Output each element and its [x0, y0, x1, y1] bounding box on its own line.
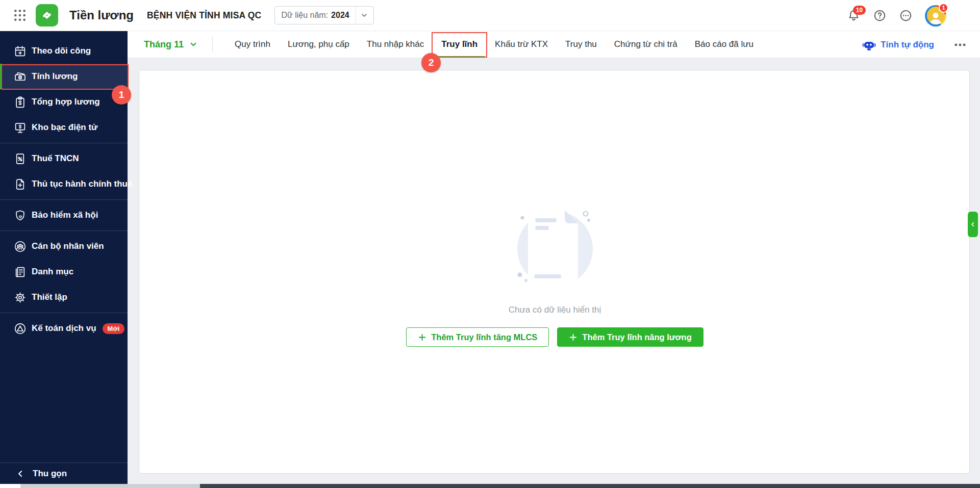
sidebar-item-thu-tuc-hanh-chinh-thue[interactable]: Thủ tục hành chính thuế: [0, 171, 128, 197]
misa-logo-icon[interactable]: [36, 4, 58, 27]
tab-truy-linh[interactable]: Truy lĩnh 2: [433, 31, 486, 58]
tab-khau-tru-ktx[interactable]: Khấu trừ KTX: [486, 31, 557, 58]
tab-label: Lương, phụ cấp: [288, 39, 349, 49]
button-label: Thêm Truy lĩnh nâng lương: [582, 332, 691, 342]
tab-label: Quy trình: [235, 39, 270, 49]
shield-heart-icon: [13, 209, 27, 222]
organization-name: BỆNH VIỆN TỈNH MISA QC: [147, 10, 261, 21]
sidebar-item-thue-tncn[interactable]: Thuế TNCN: [0, 146, 128, 171]
chevron-left-icon: [969, 221, 976, 228]
tab-bar: Tháng 11 Quy trình Lương, phụ cấp Thu nh…: [128, 31, 980, 58]
tab-label: Báo cáo đã lưu: [695, 39, 753, 49]
year-selector-value: 2024: [331, 11, 349, 20]
tab-chung-tu-chi-tra[interactable]: Chứng từ chi trả: [606, 31, 686, 58]
month-selector-label: Tháng 11: [144, 39, 184, 50]
sidebar-item-thiet-lap[interactable]: Thiết lập: [0, 285, 128, 310]
tab-label: Truy thu: [565, 39, 597, 49]
sidebar-item-label: Thiết lập: [32, 292, 67, 302]
sidebar-item-label: Danh mục: [32, 267, 73, 277]
monitor-dollar-icon: [13, 121, 27, 134]
document-percent-icon: [13, 152, 27, 165]
add-truy-linh-nang-luong-button[interactable]: Thêm Truy lĩnh nâng lương: [557, 327, 703, 347]
sidebar-item-label: Tổng hợp lương: [32, 97, 100, 107]
new-feature-badge: Mới: [103, 323, 125, 334]
sidebar-collapse-button[interactable]: Thu gọn: [0, 463, 128, 484]
horizontal-scrollbar-thumb[interactable]: [200, 484, 980, 488]
triangle-circle-icon: [13, 322, 27, 335]
payroll-app: Tiền lương BỆNH VIỆN TỈNH MISA QC Dữ liệ…: [0, 0, 980, 488]
button-label: Thêm Truy lĩnh tăng MLCS: [431, 332, 537, 342]
chevron-left-icon: [15, 469, 26, 479]
list-pages-icon: [13, 265, 27, 278]
tab-label: Thu nhập khác: [367, 39, 424, 49]
horizontal-scrollbar[interactable]: [20, 484, 980, 488]
tab-label: Khấu trừ KTX: [495, 39, 548, 49]
sidebar-item-label: Kho bạc điện tử: [32, 122, 97, 133]
main-content: Chưa có dữ liệu hiển thị Thêm Truy lĩnh …: [128, 58, 980, 484]
sidebar-item-theo-doi-cong[interactable]: Theo dõi công: [0, 38, 128, 64]
add-truy-linh-tang-mlcs-button[interactable]: Thêm Truy lĩnh tăng MLCS: [406, 327, 549, 347]
sidebar-item-danh-muc[interactable]: Danh mục: [0, 259, 128, 285]
robot-icon: [862, 38, 876, 52]
header-right: 10 1: [847, 0, 946, 31]
sidebar-item-tinh-luong[interactable]: Tính lương 1: [0, 64, 128, 89]
sidebar-nav: Theo dõi công Tính lương 1 Tổng hợp lươn…: [0, 31, 128, 484]
notification-count-badge: 10: [853, 6, 866, 15]
tab-bar-right: Tính tự động: [862, 31, 967, 58]
chevron-down-icon: [360, 11, 368, 19]
sidebar-divider: [0, 313, 128, 313]
user-avatar[interactable]: 1: [925, 5, 946, 27]
tab-quy-trinh[interactable]: Quy trình: [226, 31, 279, 58]
sidebar-item-can-bo-nhan-vien[interactable]: Cán bộ nhân viên: [0, 234, 128, 259]
year-selector[interactable]: Dữ liệu năm: 2024: [274, 6, 373, 24]
clipboard-dollar-icon: [13, 95, 27, 109]
content-panel: Chưa có dữ liệu hiển thị Thêm Truy lĩnh …: [139, 70, 970, 474]
sidebar-item-label: Tính lương: [32, 71, 78, 82]
sidebar-item-label: Thuế TNCN: [32, 153, 79, 164]
auto-calc-link[interactable]: Tính tự động: [862, 38, 934, 52]
page-title: Tiền lương: [69, 8, 134, 22]
divider: [356, 7, 356, 24]
avatar-count-badge: 1: [939, 3, 948, 13]
sidebar-item-label: Theo dõi công: [32, 46, 91, 56]
tab-label: Truy lĩnh: [441, 39, 478, 49]
empty-document-illustration: [514, 208, 596, 290]
sidebar-item-tong-hop-luong[interactable]: Tổng hợp lương: [0, 89, 128, 115]
sidebar-item-ke-toan-dich-vu[interactable]: Kế toán dịch vụ Mới: [0, 316, 128, 341]
document-plus-icon: [13, 177, 27, 191]
tab-luong-phu-cap[interactable]: Lương, phụ cấp: [279, 31, 358, 58]
sidebar-item-label: Kế toán dịch vụ: [32, 323, 96, 333]
plus-icon: [569, 333, 577, 342]
banknote-dollar-icon: [13, 70, 27, 83]
year-selector-label: Dữ liệu năm:: [281, 11, 328, 20]
help-icon[interactable]: [873, 9, 886, 22]
sidebar-divider: [0, 230, 128, 231]
tab-label: Chứng từ chi trả: [614, 39, 677, 49]
collapse-panel-handle[interactable]: [968, 212, 978, 237]
sidebar-divider: [0, 143, 128, 143]
more-options-icon[interactable]: [899, 9, 912, 22]
empty-state: Chưa có dữ liệu hiển thị Thêm Truy lĩnh …: [139, 208, 970, 347]
empty-state-actions: Thêm Truy lĩnh tăng MLCS Thêm Truy lĩnh …: [406, 327, 703, 347]
tab-bao-cao-da-luu[interactable]: Báo cáo đã lưu: [686, 31, 762, 58]
people-circle-icon: [13, 240, 27, 253]
sidebar-item-label: Bảo hiểm xã hội: [32, 210, 98, 220]
empty-state-message: Chưa có dữ liệu hiển thị: [509, 305, 601, 315]
gear-icon: [13, 291, 27, 304]
app-grid-icon[interactable]: [13, 9, 27, 22]
tab-more-options-icon[interactable]: [953, 38, 967, 52]
tab-thu-nhap-khac[interactable]: Thu nhập khác: [358, 31, 433, 58]
tab-truy-thu[interactable]: Truy thu: [557, 31, 606, 58]
month-selector[interactable]: Tháng 11: [144, 37, 213, 52]
plus-icon: [418, 333, 426, 342]
collapse-label: Thu gọn: [33, 469, 67, 479]
sidebar-item-label: Cán bộ nhân viên: [32, 241, 104, 251]
sidebar-item-kho-bac-dien-tu[interactable]: Kho bạc điện tử: [0, 115, 128, 140]
sidebar-divider: [0, 199, 128, 200]
notification-bell-icon[interactable]: 10: [847, 9, 860, 22]
sidebar-item-bao-hiem-xa-hoi[interactable]: Bảo hiểm xã hội: [0, 202, 128, 228]
header-left: Tiền lương BỆNH VIỆN TỈNH MISA QC Dữ liệ…: [0, 4, 374, 27]
annotation-step-badge: 1: [112, 85, 131, 105]
annotation-step-badge: 2: [421, 53, 441, 72]
calendar-plus-icon: [13, 44, 27, 58]
